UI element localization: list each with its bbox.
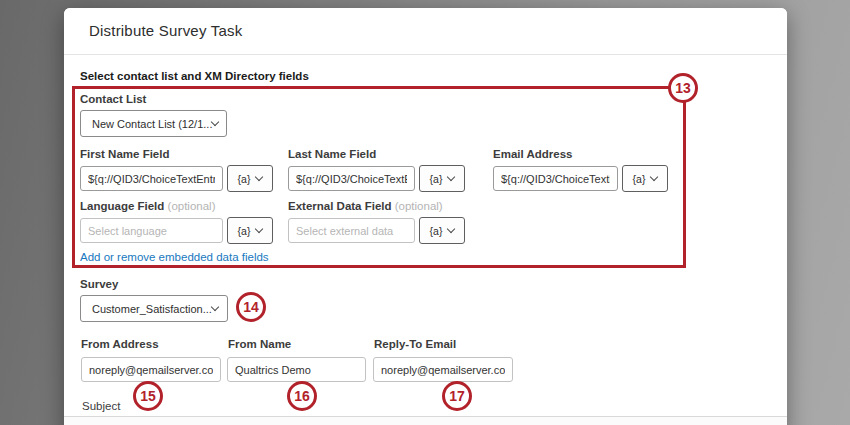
chevron-down-icon <box>255 225 263 233</box>
from-address-label: From Address <box>81 338 159 350</box>
locale-a-label: {a} <box>238 225 251 237</box>
language-label-text: Language Field <box>80 200 164 212</box>
chevron-down-icon <box>447 225 455 233</box>
callout-15-number: 15 <box>140 388 156 404</box>
first-name-input[interactable] <box>80 166 223 191</box>
external-data-optional-text: (optional) <box>395 200 443 212</box>
contact-list-label: Contact List <box>80 93 146 105</box>
dialog-header: Distribute Survey Task <box>64 8 787 55</box>
first-name-label: First Name Field <box>80 148 169 160</box>
callout-16: 16 <box>287 381 317 411</box>
callout-14-number: 14 <box>243 299 259 315</box>
add-remove-embedded-data-link[interactable]: Add or remove embedded data fields <box>80 251 269 263</box>
callout-17: 17 <box>442 381 472 411</box>
from-name-label: From Name <box>228 338 291 350</box>
external-data-field-label: External Data Field (optional) <box>288 200 443 212</box>
survey-label: Survey <box>80 278 118 290</box>
callout-14: 14 <box>236 292 266 322</box>
contact-list-value: New Contact List (12/1... <box>92 118 212 130</box>
external-data-label-text: External Data Field <box>288 200 392 212</box>
language-field-label: Language Field (optional) <box>80 200 216 212</box>
external-data-input[interactable] <box>288 218 415 243</box>
language-locale-button[interactable]: {a} <box>227 217 273 244</box>
first-name-locale-button[interactable]: {a} <box>227 165 273 192</box>
dialog-title: Distribute Survey Task <box>89 22 242 39</box>
email-locale-button[interactable]: {a} <box>622 165 668 192</box>
survey-value: Customer_Satisfaction... <box>92 303 212 315</box>
distribute-survey-task-dialog: Distribute Survey Task Select contact li… <box>64 8 787 425</box>
callout-13: 13 <box>668 73 698 103</box>
reply-to-email-input[interactable] <box>373 357 513 382</box>
language-optional-text: (optional) <box>168 200 216 212</box>
contact-list-select[interactable]: New Contact List (12/1... <box>80 110 227 137</box>
chevron-down-icon <box>650 173 658 181</box>
callout-16-number: 16 <box>294 388 310 404</box>
subject-label: Subject <box>82 400 120 412</box>
last-name-input[interactable] <box>288 166 415 191</box>
last-name-locale-button[interactable]: {a} <box>419 165 465 192</box>
from-address-input[interactable] <box>81 357 221 382</box>
survey-select[interactable]: Customer_Satisfaction... <box>80 295 228 322</box>
locale-a-label: {a} <box>238 173 251 185</box>
language-input[interactable] <box>80 218 223 243</box>
callout-15: 15 <box>133 381 163 411</box>
chevron-down-icon <box>255 173 263 181</box>
callout-17-number: 17 <box>449 388 465 404</box>
locale-a-label: {a} <box>430 225 443 237</box>
page-background: Distribute Survey Task Select contact li… <box>0 0 850 425</box>
chevron-down-icon <box>211 303 219 311</box>
email-address-input[interactable] <box>493 166 618 191</box>
section-heading: Select contact list and XM Directory fie… <box>80 70 309 82</box>
email-address-label: Email Address <box>493 148 572 160</box>
callout-13-number: 13 <box>675 80 691 96</box>
reply-to-email-label: Reply-To Email <box>374 338 456 350</box>
from-name-input[interactable] <box>227 357 366 382</box>
chevron-down-icon <box>447 173 455 181</box>
last-name-label: Last Name Field <box>288 148 376 160</box>
chevron-down-icon <box>211 118 219 126</box>
locale-a-label: {a} <box>430 173 443 185</box>
external-data-locale-button[interactable]: {a} <box>419 217 465 244</box>
subject-editor-area[interactable] <box>64 416 787 425</box>
locale-a-label: {a} <box>633 173 646 185</box>
